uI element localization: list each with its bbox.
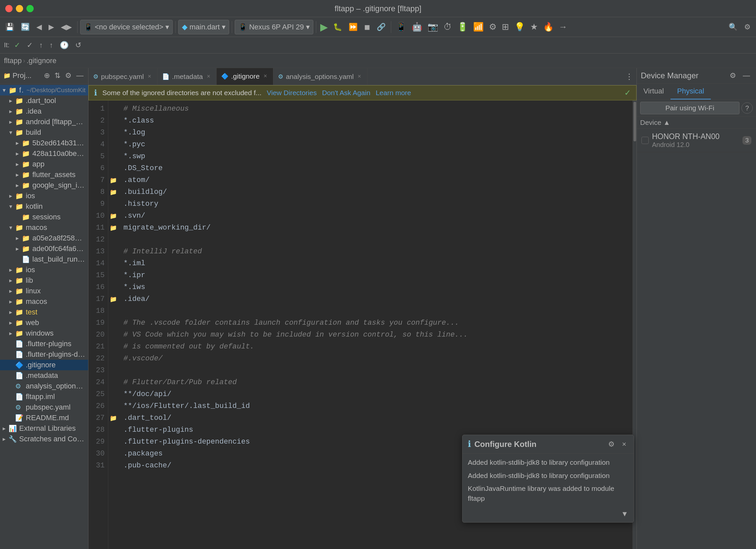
- nav-btn[interactable]: ◀▶: [58, 21, 75, 33]
- maximize-button[interactable]: [26, 5, 34, 12]
- tree-item-ios[interactable]: ▸ 📁 ios: [0, 190, 88, 201]
- tree-item-macos-sub1[interactable]: ▸ 📁 a05e2a8f25836254c1...: [0, 233, 88, 243]
- sidebar-add-btn[interactable]: ⊕: [43, 71, 51, 81]
- pair-wifi-button[interactable]: Pair using Wi-Fi: [640, 102, 739, 114]
- grid-icon[interactable]: ⊞: [500, 20, 511, 33]
- battery-icon[interactable]: 🔋: [455, 20, 470, 33]
- file-selector[interactable]: ◆ main.dart ▾: [178, 20, 229, 34]
- tree-item-lib[interactable]: ▸ 📁 lib: [0, 275, 88, 286]
- device-manager-settings-btn[interactable]: ⚙: [728, 71, 738, 81]
- debug-button[interactable]: 🐛: [330, 21, 345, 33]
- tab-analysis[interactable]: ⚙ analysis_options.yaml ×: [273, 68, 367, 85]
- settings-icon[interactable]: ⚙: [487, 20, 498, 33]
- nexus-selector[interactable]: 📱 Nexus 6P API 29 ▾: [235, 20, 313, 34]
- close-button[interactable]: [5, 5, 13, 12]
- sidebar-settings-btn[interactable]: ⚙: [64, 71, 73, 81]
- check-btn1[interactable]: ✓: [12, 40, 22, 50]
- tab-gitignore-close[interactable]: ×: [262, 72, 268, 80]
- arrow-icon[interactable]: →: [557, 20, 569, 33]
- tree-item-metadata[interactable]: 📄 .metadata: [0, 370, 88, 381]
- phone-icon[interactable]: 📱: [394, 20, 408, 33]
- star-icon[interactable]: ★: [528, 20, 540, 33]
- light-icon[interactable]: 💡: [512, 20, 527, 33]
- tree-item-root[interactable]: ▾ 📁 fltapp ~/Desktop/CustomKit: [0, 85, 88, 95]
- tree-item-linux[interactable]: ▸ 📁 linux: [0, 286, 88, 296]
- timer-icon[interactable]: ⏱: [441, 20, 454, 33]
- tree-item-web[interactable]: ▸ 📁 web: [0, 318, 88, 328]
- info-view-dirs-link[interactable]: View Directories: [267, 89, 317, 97]
- tree-item-flutter-plugins[interactable]: 📄 .flutter-plugins: [0, 339, 88, 349]
- tree-item-test[interactable]: ▸ 📁 test: [0, 307, 88, 318]
- info-dont-ask-link[interactable]: Don't Ask Again: [322, 89, 370, 97]
- tree-item-ios2[interactable]: ▸ 📁 ios: [0, 264, 88, 275]
- up-btn1[interactable]: ↑: [37, 40, 45, 50]
- popup-chevron-down-icon[interactable]: ▼: [621, 510, 628, 518]
- tree-item-gitignore[interactable]: 🔷 .gitignore: [0, 360, 88, 370]
- device-tab-physical[interactable]: Physical: [670, 84, 711, 99]
- breadcrumb-file[interactable]: .gitignore: [27, 56, 57, 65]
- tree-item-build-sub2[interactable]: ▸ 📁 428a110a0bea8fd5c2a...: [0, 148, 88, 159]
- search-button[interactable]: 🔍: [726, 21, 740, 33]
- fire-icon[interactable]: 🔥: [541, 20, 556, 33]
- sync-button[interactable]: 🔄: [18, 21, 32, 33]
- tree-item-fltapp-iml[interactable]: 📄 fltapp.iml: [0, 392, 88, 402]
- tab-pubspec[interactable]: ⚙ pubspec.yaml ×: [88, 68, 157, 85]
- tree-item-readme[interactable]: 📝 README.md: [0, 413, 88, 423]
- sidebar-collapse-btn[interactable]: —: [75, 71, 85, 81]
- tree-item-macos2[interactable]: ▸ 📁 macos: [0, 296, 88, 307]
- tree-item-google_sign[interactable]: ▸ 📁 google_sign_in_androi...: [0, 180, 88, 190]
- profile-button[interactable]: ⏩: [346, 21, 360, 33]
- tree-item-analysis[interactable]: ⚙ analysis_options.yaml: [0, 381, 88, 392]
- check-btn2[interactable]: ✓: [25, 40, 35, 50]
- tree-item-macos[interactable]: ▾ 📁 macos: [0, 222, 88, 233]
- info-learn-more-link[interactable]: Learn more: [376, 89, 411, 97]
- tree-item-flutter-plugins-dep[interactable]: 📄 .flutter-plugins-depender...: [0, 349, 88, 360]
- attach-button[interactable]: 🔗: [374, 21, 388, 33]
- kotlin-popup-settings-btn[interactable]: ⚙: [606, 439, 617, 449]
- minimize-button[interactable]: [16, 5, 23, 12]
- tab-metadata[interactable]: 📄 .metadata ×: [157, 68, 217, 85]
- device-tab-virtual[interactable]: Virtual: [637, 84, 670, 99]
- tab-analysis-close[interactable]: ×: [356, 72, 362, 81]
- sidebar-sort-btn[interactable]: ⇅: [53, 71, 62, 81]
- tree-item-flutter_assets[interactable]: ▸ 📁 flutter_assets: [0, 169, 88, 180]
- refresh-btn[interactable]: ↺: [73, 40, 83, 50]
- kotlin-popup-close-btn[interactable]: ×: [620, 439, 628, 449]
- device-checkbox-honor[interactable]: [641, 137, 649, 144]
- tree-item-kotlin[interactable]: ▾ 📁 kotlin: [0, 201, 88, 212]
- tab-overflow-menu[interactable]: ⋮: [622, 72, 636, 81]
- tree-item-scratches[interactable]: ▸ 🔧 Scratches and Consoles: [0, 434, 88, 444]
- device-manager-close-btn[interactable]: —: [741, 71, 752, 81]
- wifi-icon[interactable]: 📶: [471, 20, 486, 33]
- tree-item-app[interactable]: ▸ 📁 app: [0, 159, 88, 169]
- scrollbar-thumb[interactable]: [634, 102, 636, 141]
- device-item-honor[interactable]: HONOR NTH-AN00 Android 12.0 3: [637, 129, 756, 152]
- tab-gitignore[interactable]: 🔷 .gitignore ×: [217, 68, 273, 85]
- cover-button[interactable]: ◼: [361, 21, 373, 33]
- forward-button[interactable]: ▶: [46, 21, 57, 33]
- tree-item-sessions[interactable]: 📁 sessions: [0, 212, 88, 222]
- gear-button[interactable]: ⚙: [741, 21, 753, 33]
- camera-icon[interactable]: 📷: [426, 20, 440, 33]
- tree-item-last-build[interactable]: 📄 last_build_run.json: [0, 254, 88, 264]
- android-icon[interactable]: 🤖: [410, 20, 424, 33]
- tree-item-windows[interactable]: ▸ 📁 windows: [0, 328, 88, 339]
- tree-item-build-sub1[interactable]: ▸ 📁 5b2ed614b31e34f8fb8...: [0, 138, 88, 148]
- tree-item-pubspec[interactable]: ⚙ pubspec.yaml: [0, 402, 88, 413]
- tab-metadata-close[interactable]: ×: [206, 72, 212, 81]
- up-btn2[interactable]: ↑: [48, 40, 55, 50]
- save-button[interactable]: 💾: [3, 21, 17, 33]
- breadcrumb-root[interactable]: fltapp: [4, 56, 22, 65]
- help-button[interactable]: ?: [741, 102, 753, 114]
- tree-item-build[interactable]: ▾ 📁 build: [0, 127, 88, 138]
- tree-item-idea[interactable]: ▸ 📁 .idea: [0, 106, 88, 117]
- tree-item-macos-sub2[interactable]: ▸ 📁 ade00fc64fa695e0dae...: [0, 243, 88, 254]
- run-button[interactable]: ▶: [319, 20, 329, 34]
- tree-item-android[interactable]: ▸ 📁 android [fltapp_android]: [0, 117, 88, 127]
- tab-pubspec-close[interactable]: ×: [147, 72, 153, 81]
- clock-btn[interactable]: 🕐: [58, 40, 71, 50]
- back-button[interactable]: ◀: [34, 21, 45, 33]
- tree-item-dart_tool[interactable]: ▸ 📁 .dart_tool: [0, 95, 88, 106]
- device-selector[interactable]: 📱 <no device selected> ▾: [80, 20, 173, 34]
- tree-item-external-libs[interactable]: ▸ 📊 External Libraries: [0, 423, 88, 434]
